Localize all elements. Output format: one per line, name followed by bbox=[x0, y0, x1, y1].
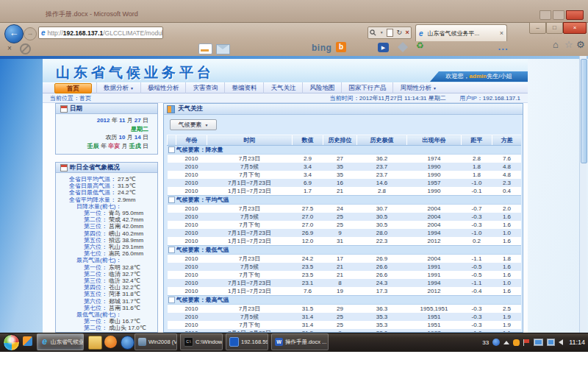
minimize-button[interactable]: – bbox=[529, 22, 546, 34]
volume-icon[interactable] bbox=[559, 339, 563, 345]
start-button[interactable] bbox=[3, 334, 20, 351]
toolbar-more-icon[interactable]: ••• bbox=[498, 46, 509, 52]
media-player-icon[interactable] bbox=[121, 336, 135, 350]
table-cell: 7月5候 bbox=[207, 313, 293, 321]
weather-watch-panel: 天气关注 气候要素 ▼ 年份时间数值历史排位历史极值出现年份距平方差 气候要素：… bbox=[163, 103, 523, 333]
table-group-row[interactable]: 气候要素：降水量 bbox=[168, 146, 522, 155]
card-icon[interactable] bbox=[198, 43, 212, 54]
nav-item[interactable]: 整编资料 bbox=[224, 82, 263, 93]
expand-icon[interactable] bbox=[168, 297, 175, 303]
taskbar-window-button[interactable]: e山东省气候业... bbox=[37, 333, 84, 350]
table-group-row[interactable]: 气候要素：最高气温 bbox=[168, 296, 522, 305]
table-group-row[interactable]: 气候要素：平均气温 bbox=[168, 196, 522, 205]
browser-tab[interactable]: e 山东省气候业务平... × bbox=[415, 24, 507, 41]
action-center-flag-icon[interactable] bbox=[523, 339, 530, 346]
table-header-empty bbox=[168, 135, 176, 146]
scrollbar[interactable] bbox=[579, 56, 587, 333]
table-cell: 26.9 bbox=[293, 229, 323, 237]
nav-item[interactable]: 数据分析▼ bbox=[96, 82, 140, 94]
pinned-app-icon[interactable] bbox=[23, 336, 32, 346]
taskbar-window-button[interactable]: C:\C:\Windows\s... bbox=[180, 333, 223, 350]
taskbar-window-button[interactable]: Win2008 (VS2... bbox=[135, 333, 177, 350]
refresh-icon[interactable]: ↻ bbox=[396, 29, 402, 36]
taskbar-window-button[interactable]: W操作手册.docx ... bbox=[271, 333, 329, 350]
envelope-icon[interactable] bbox=[216, 44, 230, 54]
stop-icon[interactable]: × bbox=[405, 29, 409, 36]
table-cell: 23.5 bbox=[293, 271, 323, 279]
network-icon[interactable] bbox=[534, 339, 543, 346]
table-cell: 35.3 bbox=[357, 321, 407, 329]
close-button[interactable]: × bbox=[563, 22, 587, 34]
report-icon bbox=[60, 164, 68, 171]
table-cell: 1994 bbox=[407, 279, 462, 287]
expand-icon[interactable] bbox=[168, 197, 175, 203]
tab-close-icon[interactable]: × bbox=[500, 29, 503, 37]
table-group-row[interactable]: 气候要素：最低气温 bbox=[168, 246, 522, 255]
table-cell: 1.6 bbox=[492, 213, 522, 221]
rank-label: 第二位： bbox=[60, 216, 107, 223]
minimize-icon[interactable] bbox=[539, 10, 551, 20]
table-cell: 26.9 bbox=[357, 255, 407, 263]
recycle-icon[interactable]: ♻ bbox=[416, 41, 424, 50]
search-icon[interactable] bbox=[370, 29, 376, 36]
maximize-button[interactable]: □ bbox=[546, 22, 563, 34]
nav-item[interactable]: 风险地图 bbox=[302, 82, 341, 93]
bing-app-icon[interactable]: b bbox=[336, 42, 346, 52]
home-icon[interactable]: ⌂ bbox=[553, 40, 559, 49]
taskbar-window-button[interactable]: 192.168.59.99... bbox=[226, 333, 268, 350]
welcome-username: admin bbox=[470, 73, 487, 79]
table-cell: 7.6 bbox=[293, 287, 323, 296]
gregorian-date: 2012 年 11 月 27 日 bbox=[59, 116, 148, 125]
orange-app-icon[interactable] bbox=[104, 336, 117, 348]
taskbar-clock[interactable]: 11:14 bbox=[569, 339, 585, 346]
table-cell: 7月23日 bbox=[207, 155, 293, 163]
table-cell: 1994 bbox=[407, 229, 462, 237]
expand-icon[interactable] bbox=[168, 247, 175, 253]
system-tray: 33 11:14 bbox=[482, 333, 585, 352]
summary-group-title: 最低气温(前七)： bbox=[60, 311, 156, 318]
nav-item[interactable]: 首页 bbox=[54, 83, 92, 93]
notification-tray-icon[interactable] bbox=[513, 339, 520, 346]
close-icon[interactable] bbox=[566, 10, 584, 20]
table-cell: 2010 bbox=[176, 263, 207, 271]
nav-item[interactable]: 国家下行产品 bbox=[341, 82, 392, 93]
gear-icon[interactable]: ⚙ bbox=[576, 40, 585, 49]
climate-element-button[interactable]: 气候要素 ▼ bbox=[170, 119, 217, 130]
blocked-icon[interactable] bbox=[20, 43, 31, 54]
table-cell: 2004 bbox=[407, 213, 462, 221]
summary-rank-row: 第一位：东明 32.8℃ bbox=[60, 264, 156, 271]
hidden-icons-chevron[interactable] bbox=[503, 341, 509, 344]
blue-app-tray-icon[interactable] bbox=[492, 339, 500, 346]
scrollbar-thumb[interactable] bbox=[581, 59, 587, 163]
nav-item[interactable]: 极端性分析 bbox=[140, 82, 186, 93]
nav-item[interactable]: 灾害查询 bbox=[185, 82, 224, 93]
table-cell: 1951 bbox=[407, 313, 462, 321]
table-cell: 7月23日 bbox=[207, 305, 293, 314]
ie-icon: e bbox=[40, 338, 49, 346]
table-cell: 29 bbox=[323, 305, 357, 314]
summary-stat-row: 全省日最低气温：24.2℃ bbox=[60, 189, 156, 196]
nav-bar: 首页数据分析▼极端性分析灾害查询整编资料天气关注风险地图国家下行产品周期性分析▼ bbox=[43, 82, 528, 93]
maximize-icon[interactable] bbox=[553, 10, 564, 20]
nav-item[interactable]: 周期性分析▼ bbox=[392, 82, 442, 94]
forward-button[interactable]: → bbox=[24, 27, 37, 40]
nav-item[interactable]: 天气关注 bbox=[263, 82, 302, 93]
folder-icon[interactable] bbox=[88, 336, 102, 350]
bing-logo[interactable]: bing bbox=[312, 43, 331, 53]
expand-icon[interactable] bbox=[168, 146, 175, 153]
table-cell: 30.5 bbox=[357, 221, 407, 229]
taskbar-window-label: 操作手册.docx ... bbox=[285, 339, 326, 346]
calendar-text: 月 bbox=[125, 117, 134, 124]
compatibility-view-icon[interactable] bbox=[387, 29, 393, 37]
toolbar-close-icon[interactable]: × bbox=[7, 44, 12, 52]
favorites-star-icon[interactable]: ☆ bbox=[564, 40, 573, 49]
table-cell: 2.8 bbox=[357, 187, 407, 196]
table-cell: 28.0 bbox=[357, 229, 407, 237]
monitor-icon[interactable] bbox=[547, 339, 555, 346]
chevron-down-icon[interactable]: ▼ bbox=[380, 31, 384, 35]
stat-label: 全省日平均气温： bbox=[60, 176, 116, 183]
back-button[interactable]: ← bbox=[4, 24, 24, 43]
video-icon[interactable]: ▶ bbox=[378, 43, 389, 52]
address-bar[interactable]: e http:// 192.168.137.1 /GLCCLIMATE/modu… bbox=[38, 26, 163, 39]
table-cell: 27.0 bbox=[293, 221, 323, 229]
